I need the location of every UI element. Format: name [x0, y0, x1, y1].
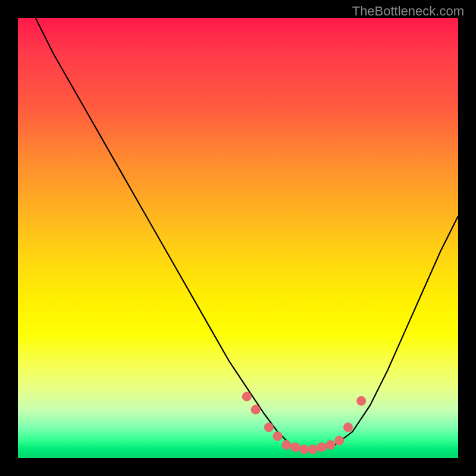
chart-svg [18, 18, 458, 458]
data-point [356, 396, 366, 406]
data-point [308, 444, 318, 454]
data-point [343, 422, 353, 432]
chart-plot-area [18, 18, 458, 458]
data-point [264, 422, 274, 432]
data-point [273, 431, 283, 441]
data-points-group [242, 392, 366, 454]
data-point [251, 405, 261, 415]
data-point [242, 392, 252, 401]
bottleneck-curve-line [36, 18, 458, 449]
data-point [325, 440, 335, 450]
data-point [317, 443, 327, 452]
data-point [299, 444, 309, 454]
data-point [334, 436, 344, 445]
data-point [281, 440, 291, 450]
data-point [290, 443, 300, 452]
watermark-text: TheBottleneck.com [352, 4, 464, 19]
